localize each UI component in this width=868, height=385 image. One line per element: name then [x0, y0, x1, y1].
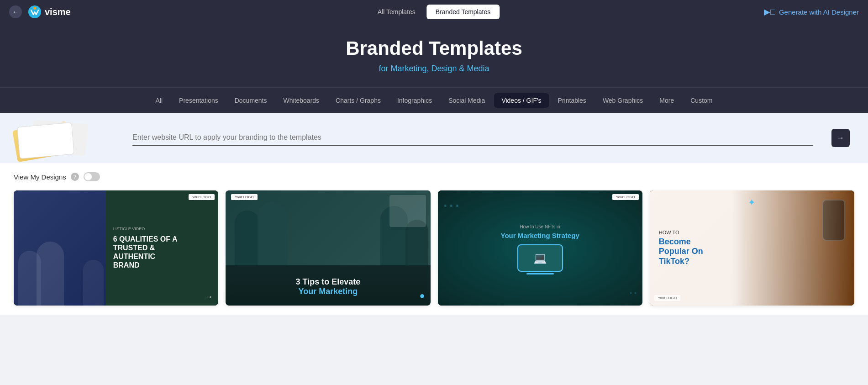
card-3-title: Your Marketing Strategy: [500, 231, 579, 240]
ai-icon: ▶□: [764, 7, 775, 17]
ai-btn-label: Generate with AI Designer: [779, 8, 859, 16]
view-my-designs-row: View My Designs ?: [14, 172, 854, 181]
hero-subtitle: for Marketing, Design & Media: [9, 64, 859, 74]
cat-web-graphics[interactable]: Web Graphics: [595, 93, 650, 108]
cat-charts[interactable]: Charts / Graphs: [328, 93, 388, 108]
card-3-pre: How to Use NFTs in: [520, 224, 560, 229]
hero-section: Branded Templates for Marketing, Design …: [0, 24, 868, 87]
branding-illustration: [18, 115, 119, 161]
illustration-container: [23, 120, 114, 161]
hero-title: Branded Templates: [9, 37, 859, 59]
cat-social-media[interactable]: Social Media: [441, 93, 492, 108]
template-trusted-brand[interactable]: LISTICLE VIDEO 6 Qualities of aTRUSTED &…: [14, 190, 218, 306]
card-4-title: BecomePopular OnTikTok?: [659, 237, 841, 267]
content-area: View My Designs ? LISTICLE VIDEO 6 Quali…: [0, 163, 868, 315]
card-2-title: 3 Tips to Elevate: [226, 277, 430, 287]
card-2-people: [226, 190, 430, 265]
card-4-content: HOW TO BecomePopular OnTikTok?: [650, 190, 854, 306]
template-3-tips[interactable]: Your LOGO 3 Tips to Elevate Your Marketi…: [226, 190, 430, 306]
illus-card-white: [17, 122, 74, 159]
card-3-laptop: 💻: [517, 244, 563, 272]
card-1-title: 6 Qualities of aTRUSTED &AUTHENTICBRAND: [113, 235, 211, 270]
card-4-logo-bottom: Your LOGO: [654, 295, 681, 301]
help-icon[interactable]: ?: [71, 173, 79, 181]
branding-input-area: [132, 130, 813, 146]
branding-search: →: [827, 129, 850, 147]
nav-tabs: All Templates Branded Templates: [368, 5, 500, 19]
card-1-arrow: →: [205, 293, 213, 301]
ai-generate-btn[interactable]: ▶□ Generate with AI Designer: [764, 7, 859, 17]
tab-branded-templates[interactable]: Branded Templates: [426, 5, 500, 19]
back-button[interactable]: ←: [9, 5, 22, 18]
template-tiktok[interactable]: ✦ HOW TO BecomePopular OnTikTok? Your LO…: [650, 190, 854, 306]
logo: visme: [27, 5, 71, 19]
cat-custom[interactable]: Custom: [683, 93, 720, 108]
view-my-designs-label: View My Designs: [14, 173, 66, 181]
view-my-designs-toggle[interactable]: [84, 172, 100, 181]
cat-infographics[interactable]: Infographics: [390, 93, 439, 108]
card-3-content: How to Use NFTs in Your Marketing Strate…: [438, 190, 642, 306]
top-nav: ← visme All Templates Branded Templates …: [0, 0, 868, 24]
svg-point-1: [33, 7, 36, 10]
card-2-subtitle: Your Marketing: [226, 287, 430, 296]
search-button[interactable]: →: [831, 129, 850, 147]
card-1-tag: LISTICLE VIDEO: [113, 227, 211, 231]
card-2-arrow: ●: [419, 290, 425, 301]
card-2-logo: Your LOGO: [231, 194, 258, 200]
logo-text: visme: [45, 7, 71, 17]
card-1-content: LISTICLE VIDEO 6 Qualities of aTRUSTED &…: [106, 190, 219, 306]
tab-all-templates[interactable]: All Templates: [368, 5, 425, 19]
cat-whiteboards[interactable]: Whiteboards: [276, 93, 327, 108]
cat-printables[interactable]: Printables: [551, 93, 594, 108]
nav-left: ← visme: [9, 5, 71, 19]
cat-more[interactable]: More: [652, 93, 681, 108]
branding-bar: →: [0, 113, 868, 163]
cat-presentations[interactable]: Presentations: [172, 93, 226, 108]
website-url-input[interactable]: [132, 130, 813, 146]
cat-documents[interactable]: Documents: [227, 93, 274, 108]
card-1-logo: Your LOGO: [189, 194, 215, 200]
card-4-how: HOW TO: [659, 230, 841, 235]
cat-all[interactable]: All: [148, 93, 170, 108]
cat-videos[interactable]: Videos / GIF's: [494, 93, 548, 108]
visme-logo-icon: [27, 5, 42, 19]
card-people-bg: [14, 190, 106, 306]
template-nfts[interactable]: ⋅⋅⋅ ⋅⋅ Your LOGO How to Use NFTs in Your…: [438, 190, 642, 306]
category-nav: All Presentations Documents Whiteboards …: [0, 87, 868, 113]
template-grid: LISTICLE VIDEO 6 Qualities of aTRUSTED &…: [14, 190, 854, 306]
